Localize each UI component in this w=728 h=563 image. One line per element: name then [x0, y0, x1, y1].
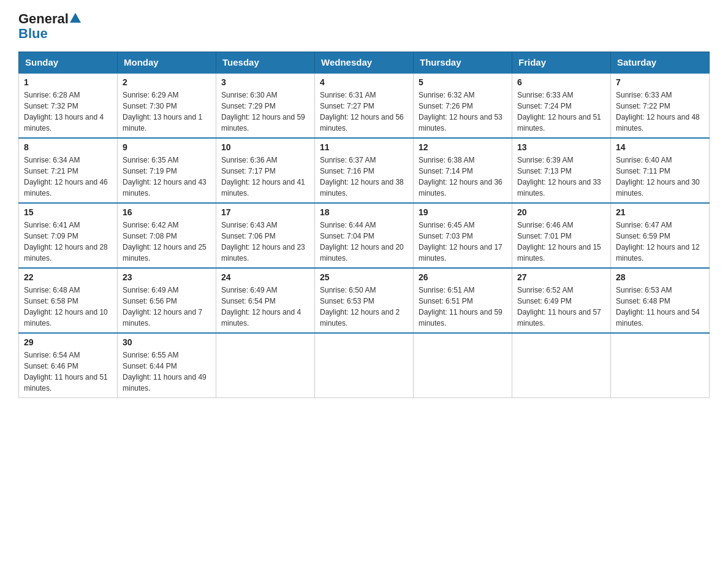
day-number: 18	[320, 207, 408, 217]
day-number: 28	[616, 272, 704, 282]
day-info: Sunrise: 6:33 AMSunset: 7:24 PMDaylight:…	[517, 90, 605, 134]
calendar-header-friday: Friday	[512, 52, 611, 74]
calendar-cell: 28Sunrise: 6:53 AMSunset: 6:48 PMDayligh…	[611, 268, 710, 333]
calendar-week-row: 15Sunrise: 6:41 AMSunset: 7:09 PMDayligh…	[19, 203, 710, 268]
calendar-cell: 16Sunrise: 6:42 AMSunset: 7:08 PMDayligh…	[118, 203, 216, 268]
day-info: Sunrise: 6:45 AMSunset: 7:03 PMDaylight:…	[419, 220, 507, 264]
calendar-cell: 5Sunrise: 6:32 AMSunset: 7:26 PMDaylight…	[414, 73, 512, 138]
day-number: 23	[123, 272, 211, 282]
day-number: 5	[419, 77, 507, 87]
logo-general-text: General	[18, 12, 69, 26]
calendar-cell: 7Sunrise: 6:33 AMSunset: 7:22 PMDaylight…	[611, 73, 710, 138]
day-info: Sunrise: 6:39 AMSunset: 7:13 PMDaylight:…	[517, 155, 605, 199]
day-number: 2	[123, 77, 211, 87]
day-info: Sunrise: 6:44 AMSunset: 7:04 PMDaylight:…	[320, 220, 408, 264]
calendar-header-tuesday: Tuesday	[216, 52, 315, 74]
day-number: 3	[221, 77, 309, 87]
calendar-cell: 25Sunrise: 6:50 AMSunset: 6:53 PMDayligh…	[315, 268, 414, 333]
day-number: 6	[517, 77, 605, 87]
day-info: Sunrise: 6:46 AMSunset: 7:01 PMDaylight:…	[517, 220, 605, 264]
day-info: Sunrise: 6:31 AMSunset: 7:27 PMDaylight:…	[320, 90, 408, 134]
calendar-cell: 14Sunrise: 6:40 AMSunset: 7:11 PMDayligh…	[611, 138, 710, 203]
day-number: 1	[24, 77, 112, 87]
calendar-cell: 30Sunrise: 6:55 AMSunset: 6:44 PMDayligh…	[118, 333, 216, 398]
calendar-cell: 6Sunrise: 6:33 AMSunset: 7:24 PMDaylight…	[512, 73, 611, 138]
day-info: Sunrise: 6:51 AMSunset: 6:51 PMDaylight:…	[419, 285, 507, 329]
day-number: 10	[221, 142, 309, 152]
calendar-cell: 24Sunrise: 6:49 AMSunset: 6:54 PMDayligh…	[216, 268, 315, 333]
day-info: Sunrise: 6:29 AMSunset: 7:30 PMDaylight:…	[123, 90, 211, 134]
day-info: Sunrise: 6:38 AMSunset: 7:14 PMDaylight:…	[419, 155, 507, 199]
calendar-cell: 29Sunrise: 6:54 AMSunset: 6:46 PMDayligh…	[19, 333, 118, 398]
day-info: Sunrise: 6:28 AMSunset: 7:32 PMDaylight:…	[24, 90, 112, 134]
calendar-cell: 12Sunrise: 6:38 AMSunset: 7:14 PMDayligh…	[414, 138, 512, 203]
day-info: Sunrise: 6:52 AMSunset: 6:49 PMDaylight:…	[517, 285, 605, 329]
calendar-cell: 3Sunrise: 6:30 AMSunset: 7:29 PMDaylight…	[216, 73, 315, 138]
calendar-cell	[611, 333, 710, 398]
day-info: Sunrise: 6:49 AMSunset: 6:54 PMDaylight:…	[221, 285, 309, 329]
calendar-cell: 27Sunrise: 6:52 AMSunset: 6:49 PMDayligh…	[512, 268, 611, 333]
calendar-cell: 10Sunrise: 6:36 AMSunset: 7:17 PMDayligh…	[216, 138, 315, 203]
header: General Blue	[18, 12, 710, 42]
day-number: 14	[616, 142, 704, 152]
day-info: Sunrise: 6:50 AMSunset: 6:53 PMDaylight:…	[320, 285, 408, 329]
day-number: 15	[24, 207, 112, 217]
calendar-cell: 20Sunrise: 6:46 AMSunset: 7:01 PMDayligh…	[512, 203, 611, 268]
calendar-week-row: 29Sunrise: 6:54 AMSunset: 6:46 PMDayligh…	[19, 333, 710, 398]
calendar-table: SundayMondayTuesdayWednesdayThursdayFrid…	[18, 52, 710, 398]
day-number: 20	[517, 207, 605, 217]
calendar-cell	[216, 333, 315, 398]
day-number: 29	[24, 337, 112, 347]
calendar-header-wednesday: Wednesday	[315, 52, 414, 74]
day-number: 21	[616, 207, 704, 217]
day-number: 24	[221, 272, 309, 282]
day-number: 16	[123, 207, 211, 217]
calendar-cell: 23Sunrise: 6:49 AMSunset: 6:56 PMDayligh…	[118, 268, 216, 333]
calendar-cell	[315, 333, 414, 398]
calendar-cell	[414, 333, 512, 398]
calendar-header-monday: Monday	[118, 52, 216, 74]
calendar-cell: 15Sunrise: 6:41 AMSunset: 7:09 PMDayligh…	[19, 203, 118, 268]
calendar-cell: 19Sunrise: 6:45 AMSunset: 7:03 PMDayligh…	[414, 203, 512, 268]
day-number: 7	[616, 77, 704, 87]
day-number: 17	[221, 207, 309, 217]
logo-blue-text: Blue	[18, 26, 48, 42]
day-info: Sunrise: 6:34 AMSunset: 7:21 PMDaylight:…	[24, 155, 112, 199]
day-info: Sunrise: 6:40 AMSunset: 7:11 PMDaylight:…	[616, 155, 704, 199]
calendar-week-row: 1Sunrise: 6:28 AMSunset: 7:32 PMDaylight…	[19, 73, 710, 138]
calendar-cell	[512, 333, 611, 398]
calendar-cell: 11Sunrise: 6:37 AMSunset: 7:16 PMDayligh…	[315, 138, 414, 203]
day-number: 25	[320, 272, 408, 282]
day-info: Sunrise: 6:54 AMSunset: 6:46 PMDaylight:…	[24, 350, 112, 394]
day-info: Sunrise: 6:49 AMSunset: 6:56 PMDaylight:…	[123, 285, 211, 329]
day-number: 11	[320, 142, 408, 152]
day-number: 4	[320, 77, 408, 87]
calendar-cell: 13Sunrise: 6:39 AMSunset: 7:13 PMDayligh…	[512, 138, 611, 203]
calendar-cell: 4Sunrise: 6:31 AMSunset: 7:27 PMDaylight…	[315, 73, 414, 138]
day-info: Sunrise: 6:47 AMSunset: 6:59 PMDaylight:…	[616, 220, 704, 264]
calendar-cell: 9Sunrise: 6:35 AMSunset: 7:19 PMDaylight…	[118, 138, 216, 203]
day-info: Sunrise: 6:53 AMSunset: 6:48 PMDaylight:…	[616, 285, 704, 329]
day-number: 12	[419, 142, 507, 152]
calendar-header-sunday: Sunday	[19, 52, 118, 74]
day-number: 19	[419, 207, 507, 217]
calendar-week-row: 8Sunrise: 6:34 AMSunset: 7:21 PMDaylight…	[19, 138, 710, 203]
day-info: Sunrise: 6:35 AMSunset: 7:19 PMDaylight:…	[123, 155, 211, 199]
day-info: Sunrise: 6:41 AMSunset: 7:09 PMDaylight:…	[24, 220, 112, 264]
calendar-cell: 21Sunrise: 6:47 AMSunset: 6:59 PMDayligh…	[611, 203, 710, 268]
calendar-cell: 26Sunrise: 6:51 AMSunset: 6:51 PMDayligh…	[414, 268, 512, 333]
day-info: Sunrise: 6:30 AMSunset: 7:29 PMDaylight:…	[221, 90, 309, 134]
day-info: Sunrise: 6:55 AMSunset: 6:44 PMDaylight:…	[123, 350, 211, 394]
day-info: Sunrise: 6:42 AMSunset: 7:08 PMDaylight:…	[123, 220, 211, 264]
logo: General Blue	[18, 12, 82, 42]
day-info: Sunrise: 6:37 AMSunset: 7:16 PMDaylight:…	[320, 155, 408, 199]
calendar-cell: 1Sunrise: 6:28 AMSunset: 7:32 PMDaylight…	[19, 73, 118, 138]
calendar-cell: 8Sunrise: 6:34 AMSunset: 7:21 PMDaylight…	[19, 138, 118, 203]
day-info: Sunrise: 6:32 AMSunset: 7:26 PMDaylight:…	[419, 90, 507, 134]
calendar-cell: 18Sunrise: 6:44 AMSunset: 7:04 PMDayligh…	[315, 203, 414, 268]
logo-triangle-icon	[70, 13, 81, 23]
day-info: Sunrise: 6:33 AMSunset: 7:22 PMDaylight:…	[616, 90, 704, 134]
day-info: Sunrise: 6:48 AMSunset: 6:58 PMDaylight:…	[24, 285, 112, 329]
day-info: Sunrise: 6:36 AMSunset: 7:17 PMDaylight:…	[221, 155, 309, 199]
calendar-header-thursday: Thursday	[414, 52, 512, 74]
